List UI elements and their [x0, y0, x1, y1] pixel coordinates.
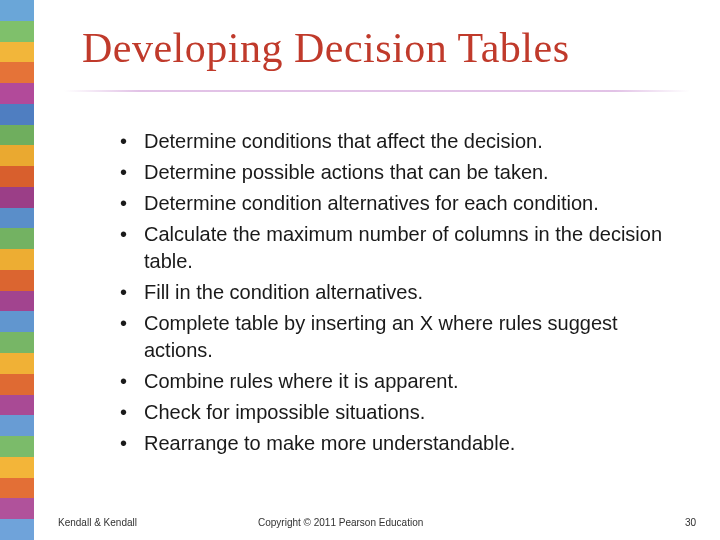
sidebar-swatch — [0, 415, 34, 436]
sidebar-swatch — [0, 374, 34, 395]
sidebar-swatch — [0, 457, 34, 478]
slide-title: Developing Decision Tables — [82, 24, 690, 72]
bullet-item: Calculate the maximum number of columns … — [120, 221, 674, 275]
slide-footer: Kendall & Kendall Copyright © 2011 Pears… — [34, 517, 720, 528]
footer-author: Kendall & Kendall — [58, 517, 218, 528]
bullet-item: Rearrange to make more understandable. — [120, 430, 674, 457]
footer-copyright: Copyright © 2011 Pearson Education — [218, 517, 656, 528]
sidebar-swatch — [0, 166, 34, 187]
bullet-item: Check for impossible situations. — [120, 399, 674, 426]
sidebar-swatch — [0, 291, 34, 312]
sidebar-swatch — [0, 228, 34, 249]
bullet-item: Determine possible actions that can be t… — [120, 159, 674, 186]
sidebar-swatch — [0, 332, 34, 353]
sidebar-swatch — [0, 21, 34, 42]
sidebar-swatch — [0, 436, 34, 457]
sidebar-swatch — [0, 519, 34, 540]
sidebar-swatch — [0, 0, 34, 21]
sidebar-swatch — [0, 187, 34, 208]
title-divider — [64, 90, 690, 92]
sidebar-swatch — [0, 311, 34, 332]
sidebar-swatch — [0, 42, 34, 63]
sidebar-swatch — [0, 104, 34, 125]
bullet-item: Determine condition alternatives for eac… — [120, 190, 674, 217]
sidebar-swatch — [0, 395, 34, 416]
sidebar-swatch — [0, 478, 34, 499]
sidebar-swatch — [0, 208, 34, 229]
bullet-list: Determine conditions that affect the dec… — [120, 128, 674, 457]
sidebar-swatch — [0, 125, 34, 146]
sidebar-swatch — [0, 145, 34, 166]
slide-content: Developing Decision Tables Determine con… — [34, 0, 720, 540]
sidebar-swatch — [0, 498, 34, 519]
sidebar-swatch — [0, 62, 34, 83]
sidebar-swatch — [0, 249, 34, 270]
decorative-sidebar — [0, 0, 34, 540]
bullet-item: Complete table by inserting an X where r… — [120, 310, 674, 364]
bullet-item: Determine conditions that affect the dec… — [120, 128, 674, 155]
sidebar-swatch — [0, 83, 34, 104]
bullet-item: Fill in the condition alternatives. — [120, 279, 674, 306]
footer-page-number: 30 — [656, 517, 696, 528]
sidebar-swatch — [0, 353, 34, 374]
sidebar-swatch — [0, 270, 34, 291]
bullet-item: Combine rules where it is apparent. — [120, 368, 674, 395]
